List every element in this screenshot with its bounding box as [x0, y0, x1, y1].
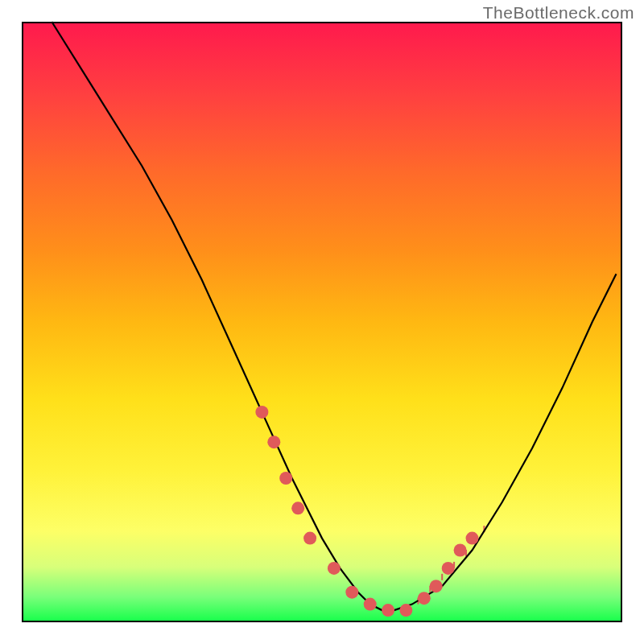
marker-dot: [345, 586, 358, 599]
chart-overlay-svg: [22, 22, 622, 622]
marker-group: [255, 406, 478, 617]
marker-dot: [430, 580, 443, 592]
marker-dot: [382, 604, 394, 617]
marker-dot: [267, 436, 280, 448]
marker-dot: [279, 472, 292, 485]
marker-dot: [399, 604, 412, 617]
curve-line: [52, 22, 616, 610]
chart-frame: TheBottleneck.com: [0, 0, 644, 644]
marker-dot: [303, 532, 316, 545]
marker-dot: [328, 562, 341, 575]
marker-dot: [466, 532, 479, 545]
watermark-text: TheBottleneck.com: [483, 3, 634, 23]
marker-dot: [454, 544, 467, 557]
marker-dot: [255, 406, 268, 419]
marker-dot: [442, 562, 455, 575]
marker-dot: [418, 592, 431, 605]
marker-dot: [291, 502, 304, 514]
marker-dot: [364, 598, 377, 611]
